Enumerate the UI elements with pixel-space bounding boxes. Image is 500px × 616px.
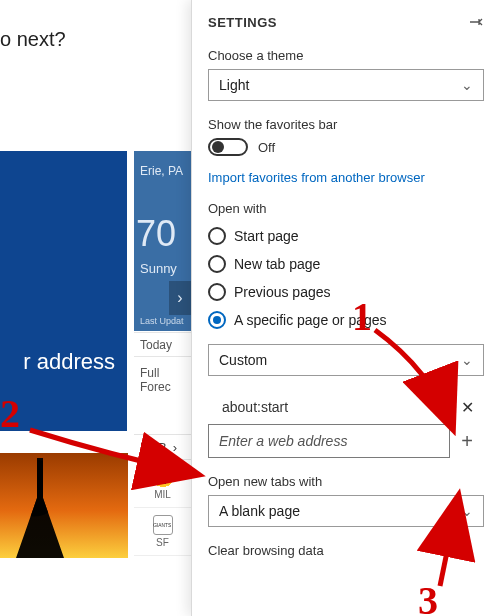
close-icon: ✕ xyxy=(461,398,474,417)
news-card[interactable]: r address xyxy=(0,151,127,431)
favorites-toggle-state: Off xyxy=(258,140,275,155)
radio-icon xyxy=(208,283,226,301)
chevron-right-icon: › xyxy=(173,440,177,455)
radio-label: Start page xyxy=(234,228,299,244)
radio-previous-pages[interactable]: Previous pages xyxy=(208,278,484,306)
team-row[interactable]: SF xyxy=(134,508,191,556)
pin-icon[interactable] xyxy=(468,14,484,30)
pages-mode-value: Custom xyxy=(219,352,267,368)
new-tabs-value: A blank page xyxy=(219,503,300,519)
news-card-text: r address xyxy=(23,349,115,375)
settings-panel: SETTINGS Choose a theme Light ⌄ Show the… xyxy=(191,0,500,616)
new-tabs-label: Open new tabs with xyxy=(208,474,484,489)
radio-icon xyxy=(208,227,226,245)
add-page-button[interactable]: + xyxy=(450,424,484,458)
weather-card[interactable]: Erie, PA 70 Sunny › Last Updat xyxy=(134,151,191,331)
scores-header[interactable]: MLB › xyxy=(134,434,191,460)
page-heading-fragment: o next? xyxy=(0,28,66,51)
radio-new-tab-page[interactable]: New tab page xyxy=(208,250,484,278)
radio-start-page[interactable]: Start page xyxy=(208,222,484,250)
chevron-right-icon[interactable]: › xyxy=(169,281,191,315)
weather-row-today[interactable]: Today xyxy=(134,332,191,356)
radio-specific-pages[interactable]: A specific page or pages xyxy=(208,306,484,334)
chevron-down-icon: ⌄ xyxy=(461,77,473,93)
clear-browsing-data-label: Clear browsing data xyxy=(208,543,484,558)
theme-value: Light xyxy=(219,77,249,93)
radio-label: Previous pages xyxy=(234,284,331,300)
chevron-down-icon: ⌄ xyxy=(461,503,473,519)
radio-icon xyxy=(208,255,226,273)
team-abbr: MIL xyxy=(154,489,171,500)
import-favorites-link[interactable]: Import favorites from another browser xyxy=(208,170,484,185)
plus-icon: + xyxy=(461,430,473,453)
team-row[interactable]: MIL xyxy=(134,460,191,508)
settings-title: SETTINGS xyxy=(208,15,277,30)
radio-label: A specific page or pages xyxy=(234,312,387,328)
open-with-label: Open with xyxy=(208,201,484,216)
favorites-toggle[interactable] xyxy=(208,138,248,156)
favorites-bar-label: Show the favorites bar xyxy=(208,117,484,132)
radio-label: New tab page xyxy=(234,256,320,272)
weather-condition: Sunny xyxy=(140,261,177,276)
startup-page-item: about:start ✕ xyxy=(208,390,484,424)
theme-select[interactable]: Light ⌄ xyxy=(208,69,484,101)
new-tabs-select[interactable]: A blank page ⌄ xyxy=(208,495,484,527)
startup-page-url: about:start xyxy=(222,399,288,415)
scores-league: MLB xyxy=(140,440,167,455)
weather-row-forecast[interactable]: Full Forec xyxy=(134,356,191,402)
weather-temp: 70 xyxy=(136,213,176,255)
address-input[interactable]: Enter a web address xyxy=(208,424,450,458)
weather-location: Erie, PA xyxy=(140,164,183,178)
weather-last-updated: Last Updat xyxy=(140,316,184,326)
radio-icon xyxy=(208,311,226,329)
team-logo-icon xyxy=(153,515,173,535)
team-abbr: SF xyxy=(156,537,169,548)
team-logo-icon xyxy=(153,467,173,487)
chevron-down-icon: ⌄ xyxy=(461,352,473,368)
remove-page-button[interactable]: ✕ xyxy=(450,390,484,424)
pages-mode-select[interactable]: Custom ⌄ xyxy=(208,344,484,376)
theme-label: Choose a theme xyxy=(208,48,484,63)
image-tile[interactable] xyxy=(0,453,128,558)
